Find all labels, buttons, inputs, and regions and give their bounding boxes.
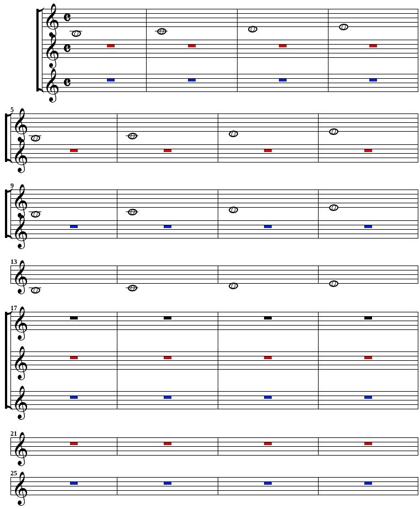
staff-line [10,312,418,312]
barline [318,189,319,239]
whole-note [228,283,238,289]
barline [10,189,11,239]
whole-rest [264,317,272,320]
barline [146,9,147,92]
whole-rest [364,317,372,320]
staff-line [10,369,418,370]
whole-rest [164,317,171,320]
staff-line [10,229,418,230]
staff-line [42,74,418,74]
whole-rest [264,442,272,445]
staff-line [10,153,418,154]
staff-line [10,455,418,456]
staff-bracket [5,312,10,409]
whole-rest [70,396,78,399]
staff-line [10,409,418,409]
staff-line [10,198,418,199]
ledger-line [29,288,41,288]
staff-line [10,194,418,194]
staff-line [10,274,418,275]
barline [117,189,117,239]
staff-line [10,351,418,352]
whole-rest [107,45,115,47]
time-signature: 𝄴 [63,39,71,60]
whole-rest [279,45,287,47]
whole-rest [264,356,272,359]
whole-rest [364,442,372,445]
staff-line [10,189,418,190]
staff-line [42,44,418,45]
whole-note [329,128,338,135]
staff-line [10,220,418,221]
staff-line [10,279,418,279]
whole-rest [264,396,272,399]
time-signature: 𝄴 [63,8,71,29]
barline [117,113,117,163]
staff-line [10,203,418,203]
whole-rest [164,396,171,399]
whole-rest [164,482,171,485]
whole-rest [364,482,372,485]
whole-rest [70,356,78,359]
staff-line [42,18,418,18]
whole-rest [364,225,372,228]
staff-line [10,400,418,400]
barline [218,113,218,163]
ledger-line [126,288,138,288]
whole-note [338,24,348,30]
staff-line [42,83,418,83]
staff-line [10,365,418,365]
whole-rest [188,45,196,47]
staff-line [42,78,418,79]
barline [418,113,418,163]
whole-rest [107,79,115,82]
staff-line [42,91,418,92]
whole-rest [70,225,78,228]
staff-line [10,266,418,266]
staff-line [42,87,418,88]
staff-line [10,144,418,145]
staff-line [10,437,418,438]
staff-line [10,495,418,495]
barline [418,189,418,239]
barline [418,312,418,409]
whole-rest [164,149,171,152]
staff-line [10,486,418,486]
ledger-line [29,212,41,212]
staff-line [10,238,418,239]
whole-note [329,204,338,211]
whole-rest [364,149,372,152]
whole-note [228,131,238,137]
barline [218,189,218,239]
whole-rest [369,79,377,82]
ledger-line [155,31,168,31]
staff-line [10,360,418,361]
staff-bracket [5,189,10,238]
staff-line [10,162,418,163]
whole-rest [70,149,78,152]
staff-line [42,57,418,58]
whole-rest [70,482,78,485]
staff-line [10,391,418,392]
staff-line [10,122,418,123]
whole-rest [264,225,272,228]
staff-line [42,53,418,53]
whole-rest [164,442,171,445]
whole-rest [164,356,171,359]
whole-rest [369,45,377,47]
ledger-line [69,31,82,31]
whole-note [247,26,257,33]
staff-line [10,131,418,132]
barline [10,113,11,163]
ledger-line [126,136,138,136]
barline [42,9,42,92]
whole-rest [279,79,287,82]
whole-note [228,207,238,213]
barline [418,437,418,456]
staff-line [10,477,418,478]
barline [318,113,319,163]
staff-line [42,48,418,49]
barline [237,9,238,92]
staff-line [10,234,418,234]
staff-line [10,404,418,405]
